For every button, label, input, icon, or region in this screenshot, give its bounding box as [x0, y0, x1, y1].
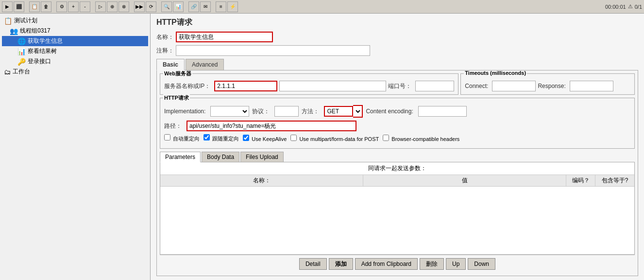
- name-input[interactable]: [176, 32, 273, 42]
- tree-group[interactable]: 👥 线程组0317: [2, 26, 148, 36]
- col-name-header: 名称：: [160, 175, 363, 186]
- login-icon: 🔑: [17, 58, 26, 66]
- follow-redirect-label[interactable]: 跟随重定向: [203, 134, 239, 142]
- toolbar-btn-13[interactable]: 🔍: [161, 1, 172, 12]
- comment-input[interactable]: [176, 45, 370, 56]
- tree-root-label: 测试计划: [14, 17, 37, 25]
- protocol-input[interactable]: [274, 106, 299, 117]
- sub-tab-files-upload[interactable]: Files Upload: [240, 152, 284, 162]
- col-include-equals-header: 包含等于?: [595, 175, 634, 186]
- toolbar-btn-18[interactable]: ⚡: [227, 1, 238, 12]
- port-label: 端口号：: [388, 82, 411, 90]
- page-title: HTTP请求: [156, 18, 638, 28]
- toolbar-btn-4[interactable]: 🗑: [41, 1, 51, 12]
- tree-item-0[interactable]: 🌐 获取学生信息: [2, 36, 148, 46]
- path-label: 路径：: [164, 122, 182, 130]
- toolbar-btn-5[interactable]: ⚙: [56, 1, 67, 12]
- toolbar-btn-3[interactable]: 📋: [29, 1, 40, 12]
- server-input-extra[interactable]: [279, 81, 386, 91]
- left-panel: 📋 测试计划 👥 线程组0317 🌐 获取学生信息 📊 察看结果树 🔑 登录接口…: [0, 14, 151, 280]
- add-button[interactable]: 添加: [329, 258, 353, 270]
- tab-basic[interactable]: Basic: [156, 59, 185, 70]
- toolbar-right: 00:00:01 ⚠ 0/1: [605, 3, 642, 10]
- toolbar: ▶ ⬛ 📋 🗑 ⚙ + - ▷ ⊕ ⊗ ▶▶ ⟳ 🔍 📊 🔗 ✉ ≡ ⚡ 00:…: [0, 0, 644, 14]
- time-display: 00:00:01: [605, 4, 626, 10]
- follow-redirect-checkbox[interactable]: [203, 134, 210, 140]
- encoding-input[interactable]: [418, 106, 467, 117]
- port-input[interactable]: [415, 81, 454, 91]
- tree-root[interactable]: 📋 测试计划: [2, 16, 148, 26]
- toolbar-btn-6[interactable]: +: [68, 1, 79, 12]
- delete-button[interactable]: 删除: [420, 258, 444, 270]
- page-count: 0/1: [635, 4, 642, 10]
- warning-icon: ⚠: [628, 3, 633, 10]
- response-label: Response:: [538, 83, 565, 89]
- toolbar-btn-9[interactable]: ⊕: [107, 1, 118, 12]
- toolbar-btn-8[interactable]: ▷: [95, 1, 106, 12]
- toolbar-btn-15[interactable]: 🔗: [188, 1, 199, 12]
- connect-label: Connect:: [465, 83, 488, 89]
- tree-item-0-label: 获取学生信息: [28, 37, 63, 45]
- web-server-section-title: Web服务器: [163, 70, 192, 77]
- multipart-label[interactable]: Use multipart/form-data for POST: [290, 135, 379, 142]
- toolbar-btn-7[interactable]: -: [80, 1, 90, 12]
- tab-advanced[interactable]: Advanced: [186, 59, 224, 70]
- add-from-clipboard-button[interactable]: Add from Clipboard: [355, 258, 418, 270]
- keepalive-label[interactable]: Use KeepAlive: [243, 135, 287, 142]
- timeouts-section-title: Timeouts (milliseconds): [464, 70, 527, 76]
- method-dropdown[interactable]: GET POST PUT DELETE: [353, 105, 363, 118]
- path-input[interactable]: [186, 121, 356, 131]
- browser-compatible-label[interactable]: Browser-compatible headers: [383, 135, 459, 142]
- sub-tab-body-data[interactable]: Body Data: [202, 152, 239, 162]
- keepalive-checkbox[interactable]: [243, 135, 249, 141]
- toolbar-btn-10[interactable]: ⊗: [119, 1, 129, 12]
- bottom-bar: Detail 添加 Add from Clipboard 删除 Up Down: [160, 255, 635, 273]
- tree-item-1[interactable]: 📊 察看结果树: [2, 46, 148, 56]
- implementation-label: Implementation:: [164, 108, 205, 115]
- name-label: 名称：: [156, 33, 174, 41]
- params-title: 同请求一起发送参数：: [160, 162, 634, 175]
- toolbar-btn-12[interactable]: ⟳: [146, 1, 156, 12]
- workbench-icon: 🗂: [4, 68, 11, 76]
- name-row: 名称：: [156, 32, 638, 42]
- auto-redirect-label[interactable]: 自动重定向: [164, 134, 200, 142]
- thread-group-icon: 👥: [10, 27, 18, 35]
- method-label: 方法：: [302, 107, 319, 116]
- col-value-header: 值: [363, 175, 566, 186]
- tree-workbench[interactable]: 🗂 工作台: [2, 67, 148, 77]
- multipart-checkbox[interactable]: [290, 135, 297, 141]
- auto-redirect-checkbox[interactable]: [164, 134, 170, 140]
- toolbar-btn-2[interactable]: ⬛: [14, 1, 24, 12]
- http-request-icon: 🌐: [17, 37, 26, 45]
- implementation-select[interactable]: [210, 106, 249, 117]
- tree-item-2[interactable]: 🔑 登录接口: [2, 56, 148, 67]
- results-tree-icon: 📊: [17, 48, 26, 55]
- tree-group-label: 线程组0317: [20, 27, 51, 35]
- method-input[interactable]: [324, 106, 353, 117]
- down-button[interactable]: Down: [468, 258, 495, 270]
- toolbar-btn-11[interactable]: ▶▶: [134, 1, 145, 12]
- toolbar-btn-16[interactable]: ✉: [200, 1, 211, 12]
- http-request-section-title: HTTP请求: [163, 94, 190, 102]
- connect-input[interactable]: [492, 81, 536, 91]
- tree-workbench-label: 工作台: [13, 68, 30, 76]
- up-button[interactable]: Up: [446, 258, 466, 270]
- sub-tab-parameters[interactable]: Parameters: [160, 152, 201, 162]
- main-content: HTTP请求 名称： 注释： Basic Advanced Web服务器: [151, 14, 644, 280]
- sub-tab-bar: Parameters Body Data Files Upload: [160, 152, 635, 162]
- browser-compatible-checkbox[interactable]: [383, 135, 389, 141]
- checkbox-row: 自动重定向 跟随重定向 Use KeepAlive Use multipart/…: [164, 134, 630, 142]
- toolbar-btn-17[interactable]: ≡: [216, 1, 226, 12]
- tree-item-2-label: 登录接口: [28, 57, 51, 66]
- encoding-label: Content encoding:: [366, 108, 413, 115]
- toolbar-btn-14[interactable]: 📊: [173, 1, 184, 12]
- col-encoded-header: 编码？: [566, 175, 595, 186]
- detail-button[interactable]: Detail: [299, 258, 327, 270]
- test-plan-icon: 📋: [4, 17, 12, 25]
- params-table-body: [160, 187, 634, 254]
- toolbar-btn-1[interactable]: ▶: [2, 1, 13, 12]
- protocol-label: 协议：: [252, 107, 270, 116]
- response-input[interactable]: [570, 81, 613, 91]
- comment-label: 注释：: [156, 47, 174, 55]
- server-input[interactable]: [214, 81, 277, 91]
